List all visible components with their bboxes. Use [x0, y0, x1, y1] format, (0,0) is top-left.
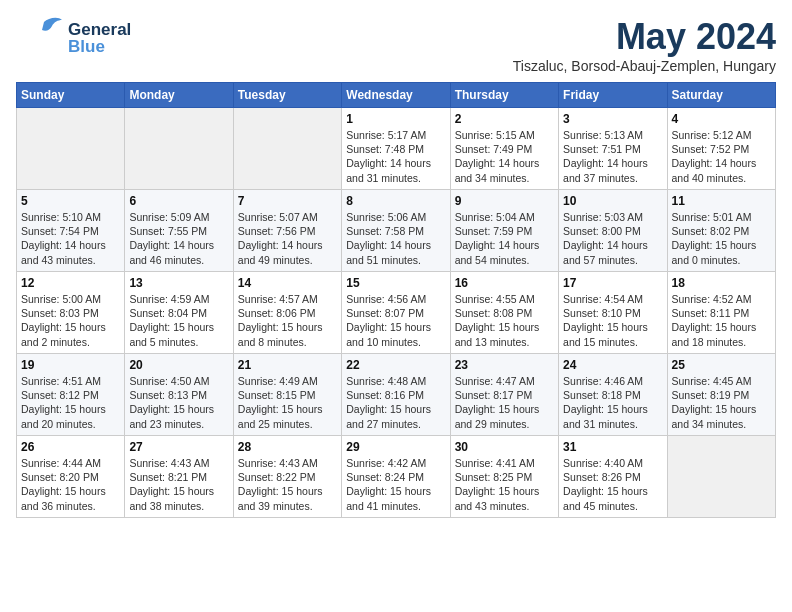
col-header-tuesday: Tuesday — [233, 83, 341, 108]
calendar-cell: 18Sunrise: 4:52 AM Sunset: 8:11 PM Dayli… — [667, 272, 775, 354]
day-info: Sunrise: 4:57 AM Sunset: 8:06 PM Dayligh… — [238, 292, 337, 349]
day-info: Sunrise: 5:12 AM Sunset: 7:52 PM Dayligh… — [672, 128, 771, 185]
day-number: 10 — [563, 194, 662, 208]
calendar-cell: 16Sunrise: 4:55 AM Sunset: 8:08 PM Dayli… — [450, 272, 558, 354]
day-info: Sunrise: 4:56 AM Sunset: 8:07 PM Dayligh… — [346, 292, 445, 349]
day-number: 24 — [563, 358, 662, 372]
day-number: 14 — [238, 276, 337, 290]
calendar-cell: 13Sunrise: 4:59 AM Sunset: 8:04 PM Dayli… — [125, 272, 233, 354]
day-info: Sunrise: 4:47 AM Sunset: 8:17 PM Dayligh… — [455, 374, 554, 431]
day-number: 8 — [346, 194, 445, 208]
logo-general: General — [68, 21, 131, 38]
day-number: 3 — [563, 112, 662, 126]
calendar-cell: 10Sunrise: 5:03 AM Sunset: 8:00 PM Dayli… — [559, 190, 667, 272]
col-header-wednesday: Wednesday — [342, 83, 450, 108]
calendar-cell: 9Sunrise: 5:04 AM Sunset: 7:59 PM Daylig… — [450, 190, 558, 272]
day-number: 7 — [238, 194, 337, 208]
calendar-cell: 14Sunrise: 4:57 AM Sunset: 8:06 PM Dayli… — [233, 272, 341, 354]
day-number: 23 — [455, 358, 554, 372]
day-number: 13 — [129, 276, 228, 290]
calendar-cell: 25Sunrise: 4:45 AM Sunset: 8:19 PM Dayli… — [667, 354, 775, 436]
day-info: Sunrise: 4:41 AM Sunset: 8:25 PM Dayligh… — [455, 456, 554, 513]
logo-blue: Blue — [68, 38, 131, 55]
col-header-monday: Monday — [125, 83, 233, 108]
calendar-cell: 31Sunrise: 4:40 AM Sunset: 8:26 PM Dayli… — [559, 436, 667, 518]
col-header-sunday: Sunday — [17, 83, 125, 108]
day-info: Sunrise: 4:40 AM Sunset: 8:26 PM Dayligh… — [563, 456, 662, 513]
day-number: 27 — [129, 440, 228, 454]
calendar-cell — [17, 108, 125, 190]
day-info: Sunrise: 4:42 AM Sunset: 8:24 PM Dayligh… — [346, 456, 445, 513]
calendar-cell — [667, 436, 775, 518]
calendar-cell: 20Sunrise: 4:50 AM Sunset: 8:13 PM Dayli… — [125, 354, 233, 436]
calendar-cell: 15Sunrise: 4:56 AM Sunset: 8:07 PM Dayli… — [342, 272, 450, 354]
day-info: Sunrise: 5:03 AM Sunset: 8:00 PM Dayligh… — [563, 210, 662, 267]
calendar-cell: 29Sunrise: 4:42 AM Sunset: 8:24 PM Dayli… — [342, 436, 450, 518]
day-number: 30 — [455, 440, 554, 454]
calendar-cell: 22Sunrise: 4:48 AM Sunset: 8:16 PM Dayli… — [342, 354, 450, 436]
col-header-thursday: Thursday — [450, 83, 558, 108]
col-header-saturday: Saturday — [667, 83, 775, 108]
calendar-cell: 3Sunrise: 5:13 AM Sunset: 7:51 PM Daylig… — [559, 108, 667, 190]
day-number: 22 — [346, 358, 445, 372]
day-number: 6 — [129, 194, 228, 208]
day-number: 1 — [346, 112, 445, 126]
day-number: 12 — [21, 276, 120, 290]
day-info: Sunrise: 4:43 AM Sunset: 8:22 PM Dayligh… — [238, 456, 337, 513]
location-subtitle: Tiszaluc, Borsod-Abauj-Zemplen, Hungary — [513, 58, 776, 74]
calendar-week-2: 5Sunrise: 5:10 AM Sunset: 7:54 PM Daylig… — [17, 190, 776, 272]
calendar-cell: 11Sunrise: 5:01 AM Sunset: 8:02 PM Dayli… — [667, 190, 775, 272]
calendar-cell: 8Sunrise: 5:06 AM Sunset: 7:58 PM Daylig… — [342, 190, 450, 272]
day-number: 4 — [672, 112, 771, 126]
calendar-cell: 2Sunrise: 5:15 AM Sunset: 7:49 PM Daylig… — [450, 108, 558, 190]
day-info: Sunrise: 5:04 AM Sunset: 7:59 PM Dayligh… — [455, 210, 554, 267]
day-number: 5 — [21, 194, 120, 208]
col-header-friday: Friday — [559, 83, 667, 108]
day-info: Sunrise: 5:01 AM Sunset: 8:02 PM Dayligh… — [672, 210, 771, 267]
day-info: Sunrise: 5:15 AM Sunset: 7:49 PM Dayligh… — [455, 128, 554, 185]
title-block: May 2024 Tiszaluc, Borsod-Abauj-Zemplen,… — [513, 16, 776, 74]
day-info: Sunrise: 4:43 AM Sunset: 8:21 PM Dayligh… — [129, 456, 228, 513]
calendar-cell: 1Sunrise: 5:17 AM Sunset: 7:48 PM Daylig… — [342, 108, 450, 190]
page-header: GeneralBlue May 2024 Tiszaluc, Borsod-Ab… — [16, 16, 776, 74]
day-info: Sunrise: 5:10 AM Sunset: 7:54 PM Dayligh… — [21, 210, 120, 267]
day-number: 21 — [238, 358, 337, 372]
calendar-cell: 26Sunrise: 4:44 AM Sunset: 8:20 PM Dayli… — [17, 436, 125, 518]
day-info: Sunrise: 4:55 AM Sunset: 8:08 PM Dayligh… — [455, 292, 554, 349]
calendar-week-3: 12Sunrise: 5:00 AM Sunset: 8:03 PM Dayli… — [17, 272, 776, 354]
day-info: Sunrise: 4:59 AM Sunset: 8:04 PM Dayligh… — [129, 292, 228, 349]
calendar-cell: 23Sunrise: 4:47 AM Sunset: 8:17 PM Dayli… — [450, 354, 558, 436]
day-info: Sunrise: 4:48 AM Sunset: 8:16 PM Dayligh… — [346, 374, 445, 431]
day-number: 18 — [672, 276, 771, 290]
calendar-week-1: 1Sunrise: 5:17 AM Sunset: 7:48 PM Daylig… — [17, 108, 776, 190]
calendar-week-4: 19Sunrise: 4:51 AM Sunset: 8:12 PM Dayli… — [17, 354, 776, 436]
logo: GeneralBlue — [16, 16, 131, 60]
day-info: Sunrise: 5:06 AM Sunset: 7:58 PM Dayligh… — [346, 210, 445, 267]
logo-icon — [16, 16, 66, 60]
day-info: Sunrise: 4:52 AM Sunset: 8:11 PM Dayligh… — [672, 292, 771, 349]
day-number: 31 — [563, 440, 662, 454]
day-number: 20 — [129, 358, 228, 372]
day-number: 15 — [346, 276, 445, 290]
calendar-cell: 24Sunrise: 4:46 AM Sunset: 8:18 PM Dayli… — [559, 354, 667, 436]
calendar-cell: 4Sunrise: 5:12 AM Sunset: 7:52 PM Daylig… — [667, 108, 775, 190]
calendar-cell — [233, 108, 341, 190]
day-info: Sunrise: 4:49 AM Sunset: 8:15 PM Dayligh… — [238, 374, 337, 431]
calendar-cell — [125, 108, 233, 190]
calendar-cell: 27Sunrise: 4:43 AM Sunset: 8:21 PM Dayli… — [125, 436, 233, 518]
calendar-cell: 7Sunrise: 5:07 AM Sunset: 7:56 PM Daylig… — [233, 190, 341, 272]
day-info: Sunrise: 5:00 AM Sunset: 8:03 PM Dayligh… — [21, 292, 120, 349]
day-info: Sunrise: 5:17 AM Sunset: 7:48 PM Dayligh… — [346, 128, 445, 185]
day-number: 2 — [455, 112, 554, 126]
calendar-cell: 12Sunrise: 5:00 AM Sunset: 8:03 PM Dayli… — [17, 272, 125, 354]
day-number: 28 — [238, 440, 337, 454]
day-info: Sunrise: 4:54 AM Sunset: 8:10 PM Dayligh… — [563, 292, 662, 349]
day-number: 11 — [672, 194, 771, 208]
day-number: 29 — [346, 440, 445, 454]
day-number: 19 — [21, 358, 120, 372]
calendar-cell: 17Sunrise: 4:54 AM Sunset: 8:10 PM Dayli… — [559, 272, 667, 354]
calendar-table: SundayMondayTuesdayWednesdayThursdayFrid… — [16, 82, 776, 518]
calendar-cell: 6Sunrise: 5:09 AM Sunset: 7:55 PM Daylig… — [125, 190, 233, 272]
day-number: 17 — [563, 276, 662, 290]
calendar-cell: 19Sunrise: 4:51 AM Sunset: 8:12 PM Dayli… — [17, 354, 125, 436]
